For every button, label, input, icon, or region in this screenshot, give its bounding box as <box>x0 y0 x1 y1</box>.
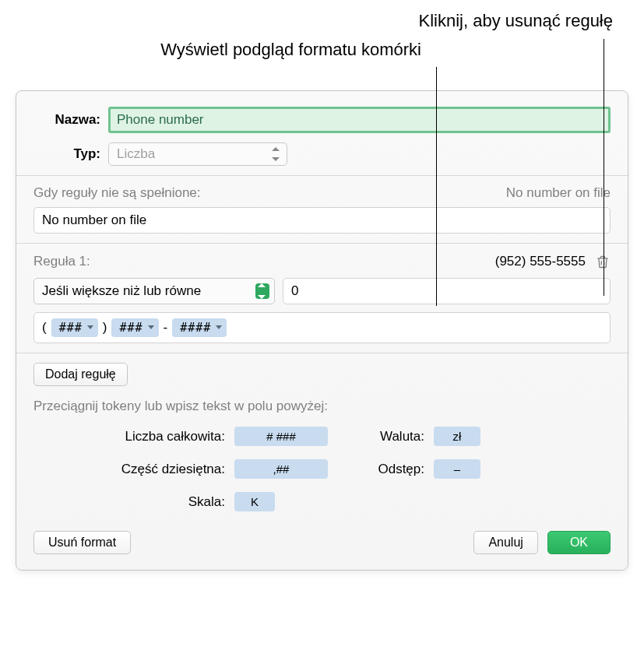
type-label: Typ: <box>33 146 108 162</box>
token-decimal[interactable]: ,## <box>234 459 328 479</box>
format-token[interactable]: ### <box>111 318 158 337</box>
literal-text: ) <box>103 320 107 336</box>
literal-text: ( <box>42 320 47 336</box>
trash-icon[interactable] <box>595 253 611 270</box>
chevron-down-icon <box>216 325 222 329</box>
condition-value: Jeśli większe niż lub równe <box>42 283 201 299</box>
chevron-down-icon <box>87 325 93 329</box>
divider <box>16 353 628 353</box>
delete-format-button[interactable]: Usuń format <box>33 531 131 554</box>
format-token[interactable]: #### <box>172 318 227 337</box>
name-input[interactable] <box>108 107 611 133</box>
condition-select[interactable]: Jeśli większe niż lub równe <box>33 278 275 304</box>
threshold-input[interactable] <box>283 278 611 304</box>
ok-button[interactable]: OK <box>547 531 611 554</box>
custom-format-dialog: Nazwa: Typ: Liczba Gdy reguły nie są spe… <box>16 90 628 571</box>
token-label-integer: Liczba całkowita: <box>33 429 228 444</box>
add-rule-button[interactable]: Dodaj regułę <box>33 363 128 386</box>
chevron-down-icon <box>148 325 154 329</box>
no-rules-preview: No number on file <box>506 185 611 201</box>
token-currency[interactable]: zł <box>434 427 480 446</box>
token-label-currency: Waluta: <box>334 429 428 444</box>
no-rules-input[interactable] <box>33 207 611 234</box>
literal-text: - <box>164 320 168 336</box>
divider <box>16 175 628 176</box>
token-scale[interactable]: K <box>234 492 275 511</box>
token-label-spacing: Odstęp: <box>334 462 428 477</box>
type-select-value: Liczba <box>117 146 155 162</box>
drag-hint: Przeciągnij tokeny lub wpisz tekst w pol… <box>33 399 611 414</box>
callout-delete-rule: Kliknij, aby usunąć regułę <box>23 9 621 33</box>
chevron-updown-icon <box>269 147 282 161</box>
cancel-button[interactable]: Anuluj <box>473 531 537 554</box>
no-rules-label: Gdy reguły nie są spełnione: <box>33 185 201 201</box>
format-token[interactable]: ### <box>51 318 98 337</box>
callout-line <box>604 39 604 296</box>
chevron-updown-icon <box>255 283 269 299</box>
name-label: Nazwa: <box>33 112 108 128</box>
token-label-scale: Skala: <box>33 494 228 510</box>
format-pattern-input[interactable]: ( ### ) ### - #### <box>33 312 611 343</box>
token-spacing[interactable]: – <box>434 459 480 479</box>
rule-label: Reguła 1: <box>33 254 90 269</box>
token-label-decimal: Część dziesiętna: <box>33 462 228 477</box>
callout-preview-format: Wyświetl podgląd formatu komórki <box>23 38 621 62</box>
rule-preview: (952) 555-5555 <box>495 254 586 269</box>
callout-line <box>436 67 437 306</box>
token-integer[interactable]: # ### <box>234 427 328 446</box>
divider <box>16 243 628 244</box>
type-select[interactable]: Liczba <box>108 142 287 166</box>
